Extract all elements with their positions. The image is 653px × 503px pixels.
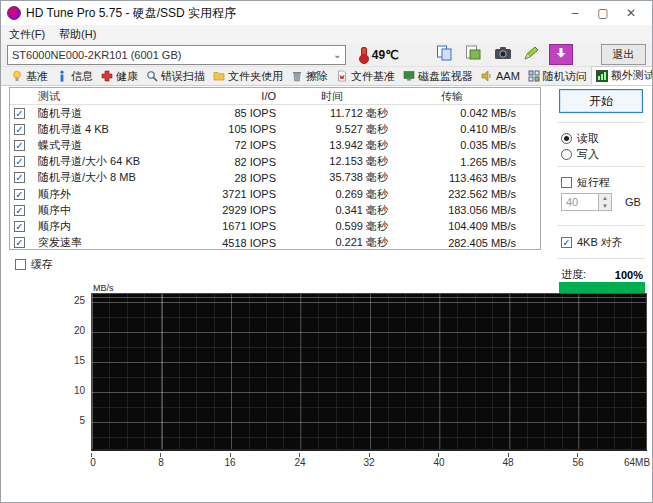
io-value: 85 IOPS	[188, 107, 276, 119]
tab-extra-tests[interactable]: 额外测试	[591, 66, 653, 85]
menu-file[interactable]: 文件(F)	[9, 27, 45, 42]
row-checkbox[interactable]	[14, 172, 25, 183]
tab-benchmark[interactable]: 基准	[7, 67, 52, 85]
stepper-down-icon[interactable]: ▼	[599, 202, 611, 210]
tab-info[interactable]: 信息	[52, 67, 97, 85]
copy-button[interactable]	[433, 44, 457, 65]
io-value: 4518 IOPS	[188, 237, 276, 249]
row-checkbox[interactable]	[14, 108, 25, 119]
chevron-down-icon: ⌄	[333, 49, 341, 60]
test-name: 随机寻道/大小 64 KB	[38, 154, 188, 169]
tab-label: AAM	[496, 70, 520, 82]
io-value: 1671 IOPS	[188, 220, 276, 232]
table-row[interactable]: 顺序内1671 IOPS0.599 毫秒104.409 MB/s	[10, 218, 540, 234]
x-tick: 32	[363, 457, 374, 468]
row-checkbox[interactable]	[14, 124, 25, 135]
tab-file-benchmark[interactable]: 文件基准	[332, 67, 399, 85]
cache-option[interactable]: 缓存	[15, 257, 53, 272]
progress-label: 进度:	[561, 267, 586, 282]
tab-erase[interactable]: 擦除	[287, 67, 332, 85]
size-value[interactable]: 40	[561, 193, 599, 211]
cache-checkbox[interactable]	[15, 259, 26, 270]
tab-label: 文件基准	[351, 69, 395, 84]
temperature-value: 49℃	[372, 48, 399, 62]
maximize-button[interactable]: ▢	[596, 6, 610, 20]
folder-icon	[213, 70, 225, 82]
row-checkbox[interactable]	[14, 221, 25, 232]
col-time: 时间	[276, 89, 388, 104]
row-checkbox[interactable]	[14, 189, 25, 200]
tab-label: 文件夹使用	[228, 69, 283, 84]
table-row[interactable]: 蝶式寻道72 IOPS13.942 毫秒0.035 MB/s	[10, 137, 540, 153]
divider	[557, 225, 645, 226]
close-button[interactable]: ✕	[624, 6, 638, 20]
time-value: 11.712 毫秒	[276, 106, 388, 121]
write-option[interactable]: 写入	[561, 147, 599, 162]
stepper-up-icon[interactable]: ▲	[599, 194, 611, 202]
y-tick: 25	[9, 295, 85, 306]
tab-aam[interactable]: AAM	[477, 67, 524, 85]
x-tick: 16	[224, 457, 235, 468]
time-value: 9.527 毫秒	[276, 122, 388, 137]
col-io: I/O	[188, 90, 276, 102]
transfer-value: 183.056 MB/s	[388, 204, 516, 216]
write-radio[interactable]	[561, 149, 572, 160]
align-label: 4KB 对齐	[577, 235, 623, 250]
options-button[interactable]	[520, 44, 544, 65]
read-option[interactable]: 读取	[561, 131, 599, 146]
copy-image-button[interactable]	[462, 44, 486, 65]
table-row[interactable]: 突发速率4518 IOPS0.221 毫秒282.405 MB/s	[10, 235, 540, 251]
table-row[interactable]: 随机寻道85 IOPS11.712 毫秒0.042 MB/s	[10, 105, 540, 121]
transfer-value: 232.562 MB/s	[388, 188, 516, 200]
tab-label: 健康	[116, 69, 138, 84]
screenshot-button[interactable]	[491, 44, 515, 65]
table-row[interactable]: 随机寻道 4 KB105 IOPS9.527 毫秒0.410 MB/s	[10, 121, 540, 137]
row-checkbox[interactable]	[14, 156, 25, 167]
row-checkbox[interactable]	[14, 205, 25, 216]
menu-help[interactable]: 帮助(H)	[59, 27, 96, 42]
tab-error-scan[interactable]: 错误扫描	[142, 67, 209, 85]
tab-disk-monitor[interactable]: 磁盘监视器	[399, 67, 477, 85]
short-stroke-checkbox[interactable]	[561, 177, 572, 188]
time-value: 0.221 毫秒	[276, 235, 388, 250]
tab-health[interactable]: 健康	[97, 67, 142, 85]
divider	[557, 122, 645, 123]
read-label: 读取	[577, 131, 599, 146]
minimize-button[interactable]: –	[568, 6, 582, 20]
tab-folder-usage[interactable]: 文件夹使用	[209, 67, 287, 85]
row-checkbox[interactable]	[14, 140, 25, 151]
io-value: 105 IOPS	[188, 123, 276, 135]
drive-selector[interactable]: ST6000NE000-2KR101 (6001 GB) ⌄	[7, 45, 346, 65]
transfer-value: 113.463 MB/s	[388, 172, 516, 184]
x-tick: 40	[433, 457, 444, 468]
y-tick: 5	[9, 415, 85, 426]
exit-button[interactable]: 退出	[601, 44, 646, 65]
test-name: 随机寻道 4 KB	[38, 122, 188, 137]
transfer-value: 104.409 MB/s	[388, 220, 516, 232]
update-button[interactable]	[549, 44, 573, 65]
table-row[interactable]: 顺序外3721 IOPS0.269 毫秒232.562 MB/s	[10, 186, 540, 202]
copy-image-icon	[465, 45, 482, 64]
divider	[557, 258, 645, 259]
random-access-icon	[528, 70, 540, 82]
table-row[interactable]: 随机寻道/大小 64 KB82 IOPS12.153 毫秒1.265 MB/s	[10, 154, 540, 170]
io-value: 28 IOPS	[188, 172, 276, 184]
align-option[interactable]: 4KB 对齐	[561, 235, 623, 250]
test-name: 随机寻道/大小 8 MB	[38, 170, 188, 185]
short-stroke-option[interactable]: 短行程	[561, 175, 610, 190]
read-radio[interactable]	[561, 133, 572, 144]
time-value: 0.599 毫秒	[276, 219, 388, 234]
size-unit: GB	[625, 196, 641, 208]
time-value: 12.153 毫秒	[276, 154, 388, 169]
table-row[interactable]: 随机寻道/大小 8 MB28 IOPS35.738 毫秒113.463 MB/s	[10, 170, 540, 186]
start-button[interactable]: 开始	[559, 89, 643, 113]
size-stepper[interactable]: 40 ▲▼	[561, 193, 612, 211]
align-checkbox[interactable]	[561, 237, 572, 248]
x-tick: 0	[90, 457, 96, 468]
x-tick: 48	[502, 457, 513, 468]
row-checkbox[interactable]	[14, 237, 25, 248]
x-tick: 64MB	[624, 457, 650, 468]
tab-random-access[interactable]: 随机访问	[524, 67, 591, 85]
table-row[interactable]: 顺序中2929 IOPS0.341 毫秒183.056 MB/s	[10, 202, 540, 218]
copy-icon	[436, 45, 453, 64]
